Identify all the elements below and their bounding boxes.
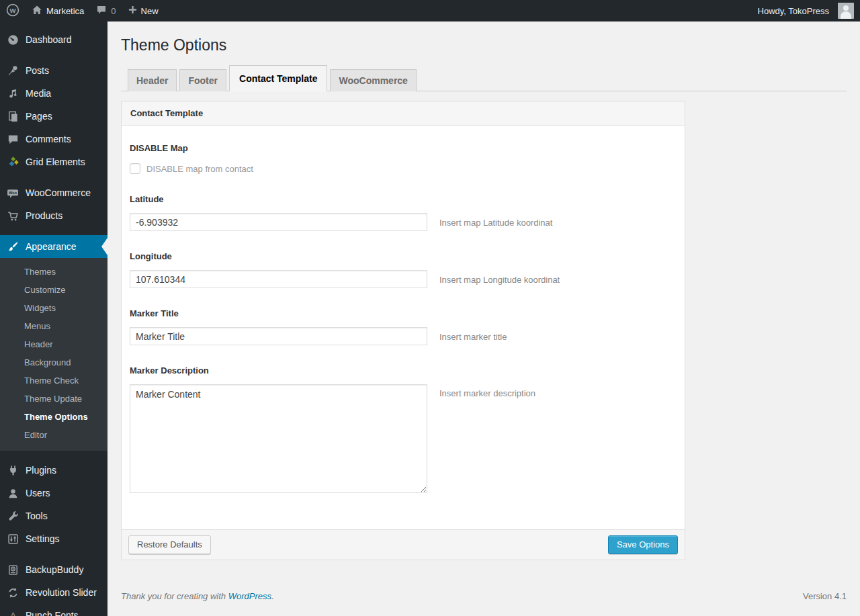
new-label: New [141,6,159,16]
sidebar-item-widgets[interactable]: Widgets [0,299,108,317]
sidebar-item-dashboard[interactable]: Dashboard [0,28,108,51]
sidebar-item-media[interactable]: Media [0,82,108,105]
latitude-input[interactable] [130,213,427,231]
latitude-group: Latitude Insert map Latitude koordinat [130,194,677,231]
disable-map-group: DISABLE Map DISABLE map from contact [130,143,677,174]
svg-text:Woo: Woo [9,191,17,195]
sidebar-item-plugins[interactable]: Plugins [0,459,108,482]
restore-defaults-button[interactable]: Restore Defaults [128,535,211,554]
sidebar-item-grid-elements[interactable]: Grid Elements [0,150,108,173]
sidebar-item-pages[interactable]: Pages [0,105,108,128]
sidebar-item-label: Media [26,88,51,99]
sidebar-item-settings[interactable]: Settings [0,527,108,550]
footer-thanks-text: Thank you for creating with WordPress. [121,591,274,601]
sidebar-item-label: Users [26,488,50,498]
sidebar-item-backupbuddy[interactable]: BackupBuddy [0,558,108,581]
sidebar-item-header[interactable]: Header [0,335,108,353]
sidebar-item-users[interactable]: Users [0,482,108,504]
marker-description-textarea[interactable]: Marker Content [130,384,427,493]
admin-bar: W Marketica 0 New Howdy, TokoPress [0,0,860,21]
marker-title-help-text: Insert marker title [439,327,507,342]
sidebar-item-label: Appearance [26,241,77,252]
wrench-icon [6,509,19,523]
sidebar-item-tools[interactable]: Tools [0,504,108,527]
tab-bar: HeaderFooterContact TemplateWooCommerce [121,65,847,91]
plugin-icon [6,464,19,477]
panel-footer: Restore Defaults Save Options [122,529,685,560]
menu-separator [0,173,108,181]
page-footer: Thank you for creating with WordPress. V… [121,591,685,601]
sidebar-item-label: Punch Fonts [26,610,79,616]
site-name-label: Marketica [46,6,84,16]
settings-icon [6,532,19,545]
longitude-help-text: Insert map Longitude koordinat [439,270,560,285]
admin-sidebar: Dashboard Posts Media Pages Comments [0,21,108,616]
sidebar-item-label: Grid Elements [26,157,85,167]
panel-title: Contact Template [122,101,685,126]
sidebar-item-background[interactable]: Background [0,353,108,371]
longitude-group: Longitude Insert map Longitude koordinat [130,251,677,288]
wp-logo-button[interactable]: W [0,0,26,21]
sidebar-item-menus[interactable]: Menus [0,317,108,335]
main-content: Theme Options HeaderFooterContact Templa… [108,21,860,601]
sidebar-item-label: Pages [26,111,52,122]
contact-template-panel: Contact Template DISABLE Map DISABLE map… [121,101,685,560]
menu-separator [0,550,108,558]
sidebar-item-editor[interactable]: Editor [0,426,108,444]
sidebar-item-posts[interactable]: Posts [0,59,108,82]
disable-map-label: DISABLE Map [130,143,677,153]
howdy-label: Howdy, TokoPress [758,6,829,16]
save-options-button[interactable]: Save Options [608,535,678,554]
longitude-input[interactable] [130,270,427,288]
sidebar-item-theme-update[interactable]: Theme Update [0,390,108,408]
comment-bubble-icon [96,5,107,17]
sidebar-item-punch-fonts[interactable]: A Punch Fonts [0,604,108,616]
tab-contact-template[interactable]: Contact Template [229,65,327,91]
sidebar-item-label: Posts [26,65,49,76]
user-icon [6,486,19,500]
dashboard-icon [6,33,19,46]
tab-woocommerce[interactable]: WooCommerce [330,69,416,91]
sidebar-item-label: WooCommerce [26,187,91,198]
tab-header[interactable]: Header [128,69,177,91]
sidebar-item-revolution-slider[interactable]: Revolution Slider [0,581,108,604]
sidebar-item-label: Dashboard [26,34,72,45]
comments-icon [6,132,19,146]
grid-elements-icon [6,155,19,169]
sidebar-item-theme-options[interactable]: Theme Options [0,408,108,426]
sidebar-item-label: Products [26,210,62,221]
disable-map-checkbox[interactable] [130,163,140,174]
media-icon [6,87,19,100]
menu-separator [0,227,108,235]
sidebar-item-label: BackupBuddy [26,564,83,575]
svg-text:W: W [10,6,16,13]
sidebar-item-customize[interactable]: Customize [0,281,108,299]
marker-title-input[interactable] [130,327,427,345]
my-account-menu[interactable]: Howdy, TokoPress [752,0,860,21]
menu-separator [0,51,108,59]
sidebar-item-comments[interactable]: Comments [0,128,108,150]
comments-shortcut[interactable]: 0 [90,0,122,21]
footer-period: . [271,591,274,601]
latitude-label: Latitude [130,194,677,204]
svg-text:A: A [10,610,16,616]
sidebar-item-label: Revolution Slider [26,587,97,598]
backup-icon [6,563,19,576]
sidebar-item-theme-check[interactable]: Theme Check [0,371,108,390]
cart-icon [6,209,19,222]
wordpress-logo-icon: W [6,3,19,19]
version-label: Version 4.1 [591,591,847,601]
wordpress-link[interactable]: WordPress [228,591,271,601]
pin-icon [6,64,19,77]
letter-a-icon: A [6,609,19,616]
new-content-button[interactable]: New [122,0,165,21]
site-name-link[interactable]: Marketica [26,0,90,21]
sidebar-item-woocommerce[interactable]: Woo WooCommerce [0,181,108,204]
sidebar-item-label: Comments [26,134,71,144]
appearance-submenu: Themes Customize Widgets Menus Header Ba… [0,258,108,451]
tab-footer[interactable]: Footer [179,69,226,91]
sidebar-item-themes[interactable]: Themes [0,263,108,281]
comments-count: 0 [111,6,116,16]
sidebar-item-products[interactable]: Products [0,204,108,227]
sidebar-item-appearance[interactable]: Appearance [0,235,108,258]
